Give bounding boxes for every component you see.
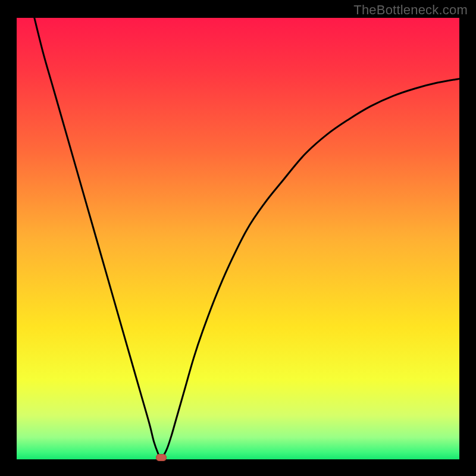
chart-svg xyxy=(17,18,459,459)
plot-area xyxy=(17,18,459,459)
watermark-text: TheBottleneck.com xyxy=(353,2,468,18)
chart-frame: TheBottleneck.com xyxy=(0,0,476,476)
bottleneck-marker xyxy=(156,454,167,461)
gradient-background xyxy=(17,18,459,459)
